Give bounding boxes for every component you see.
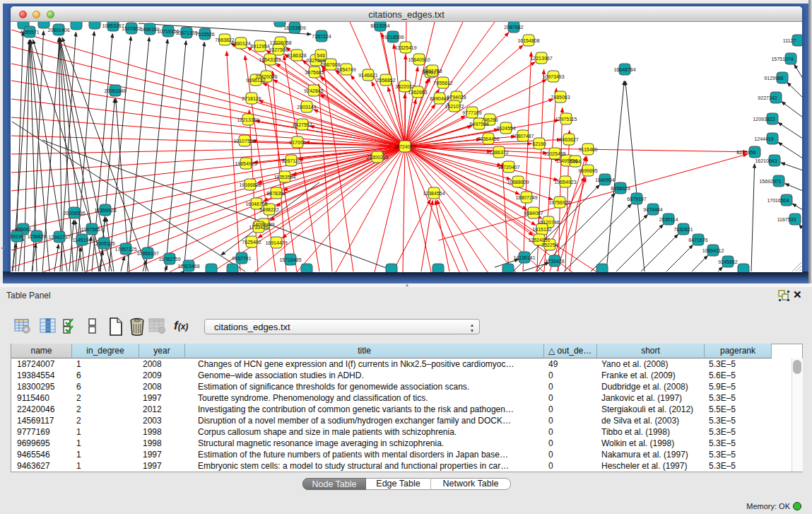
svg-text:62160: 62160 xyxy=(532,141,546,146)
svg-text:16046758: 16046758 xyxy=(245,201,267,206)
svg-text:8454749: 8454749 xyxy=(336,67,355,72)
svg-text:4055571: 4055571 xyxy=(20,30,39,35)
svg-text:546: 546 xyxy=(317,53,325,58)
svg-text:12384554: 12384554 xyxy=(423,191,445,196)
svg-text:7485063: 7485063 xyxy=(551,95,570,100)
svg-text:20053346: 20053346 xyxy=(104,88,126,93)
svg-text:17359928: 17359928 xyxy=(94,208,116,213)
svg-text:1527602: 1527602 xyxy=(122,26,141,31)
svg-text:10973493: 10973493 xyxy=(542,74,564,79)
svg-text:7515526: 7515526 xyxy=(195,32,214,37)
svg-text:252254: 252254 xyxy=(541,243,558,247)
svg-text:1156829: 1156829 xyxy=(28,234,47,239)
svg-text:10807487: 10807487 xyxy=(512,134,534,139)
svg-text:8471676: 8471676 xyxy=(688,238,707,243)
svg-text:1145194: 1145194 xyxy=(73,238,92,243)
svg-text:6794028: 6794028 xyxy=(447,95,466,100)
svg-text:9242845: 9242845 xyxy=(304,88,323,93)
svg-text:1621072: 1621072 xyxy=(445,104,464,109)
svg-text:11353594: 11353594 xyxy=(274,175,296,180)
svg-text:15716485: 15716485 xyxy=(279,257,301,262)
svg-text:1615132: 1615132 xyxy=(532,227,551,232)
svg-text:13325419: 13325419 xyxy=(394,45,416,50)
svg-text:7632621: 7632621 xyxy=(673,227,693,232)
svg-text:9245652: 9245652 xyxy=(718,259,737,264)
svg-text:19166825: 19166825 xyxy=(239,182,261,187)
svg-text:19218506: 19218506 xyxy=(382,35,404,40)
svg-text:9699695: 9699695 xyxy=(578,168,597,173)
svg-text:6497568: 6497568 xyxy=(469,122,488,127)
svg-text:8958923: 8958923 xyxy=(611,186,630,191)
svg-text:16120746: 16120746 xyxy=(537,220,559,225)
svg-text:2087682: 2087682 xyxy=(504,25,523,30)
svg-text:1362603: 1362603 xyxy=(408,90,427,95)
svg-text:8215956: 8215956 xyxy=(736,150,755,155)
svg-text:8186328: 8186328 xyxy=(287,53,306,58)
svg-text:9146821: 9146821 xyxy=(358,73,377,78)
svg-text:12093822: 12093822 xyxy=(753,117,775,122)
svg-text:2718126: 2718126 xyxy=(242,96,261,101)
svg-text:16543362: 16543362 xyxy=(259,57,281,62)
svg-text:9115460: 9115460 xyxy=(579,147,598,152)
svg-text:1733426: 1733426 xyxy=(249,225,268,230)
svg-text:10654112: 10654112 xyxy=(702,248,724,253)
svg-text:9777169: 9777169 xyxy=(462,110,481,115)
svg-text:2558852: 2558852 xyxy=(376,78,395,83)
svg-text:12975115: 12975115 xyxy=(555,117,577,122)
svg-text:3822037: 3822037 xyxy=(395,84,414,89)
svg-text:3624554: 3624554 xyxy=(496,126,515,131)
svg-text:10671355: 10671355 xyxy=(175,30,197,35)
svg-text:7955812: 7955812 xyxy=(433,81,452,86)
svg-text:7386372: 7386372 xyxy=(489,150,508,155)
svg-text:2935114: 2935114 xyxy=(659,217,678,222)
svg-text:17957225: 17957225 xyxy=(114,247,136,252)
svg-text:19654925: 19654925 xyxy=(235,161,257,166)
svg-text:2803144: 2803144 xyxy=(297,105,316,110)
svg-text:7357224: 7357224 xyxy=(312,34,331,39)
svg-text:8813054: 8813054 xyxy=(370,23,389,28)
svg-text:20206536: 20206536 xyxy=(63,211,85,216)
svg-text:917006: 917006 xyxy=(289,140,305,145)
svg-text:14136141: 14136141 xyxy=(513,255,535,260)
svg-text:15751074: 15751074 xyxy=(771,57,793,62)
svg-text:16210643: 16210643 xyxy=(755,158,777,163)
svg-text:9474444: 9474444 xyxy=(643,207,662,212)
svg-text:17016504: 17016504 xyxy=(767,198,789,203)
svg-text:19654923: 19654923 xyxy=(554,180,576,185)
svg-text:10688609: 10688609 xyxy=(507,180,529,185)
svg-text:15720407: 15720407 xyxy=(498,165,519,170)
svg-text:12213967: 12213967 xyxy=(530,56,552,61)
svg-text:1167533: 1167533 xyxy=(777,217,796,222)
svg-text:19756928: 19756928 xyxy=(548,200,570,205)
svg-text:39199: 39199 xyxy=(11,234,24,239)
svg-text:10025438: 10025438 xyxy=(543,151,565,156)
svg-text:18724007: 18724007 xyxy=(394,144,416,149)
svg-text:1640954: 1640954 xyxy=(595,177,614,182)
svg-text:15640910: 15640910 xyxy=(408,57,430,62)
svg-text:12923468: 12923468 xyxy=(177,264,199,269)
svg-text:5498222: 5498222 xyxy=(259,207,278,212)
svg-text:5494: 5494 xyxy=(570,159,581,164)
svg-text:8660124: 8660124 xyxy=(231,41,250,46)
svg-text:16782759: 16782759 xyxy=(158,257,180,262)
svg-text:16648784: 16648784 xyxy=(613,67,635,72)
svg-text:11127: 11127 xyxy=(783,38,796,43)
svg-text:13226058: 13226058 xyxy=(269,40,291,45)
svg-text:1733426: 1733426 xyxy=(545,259,564,264)
svg-text:9896132: 9896132 xyxy=(246,78,265,83)
svg-text:9684067: 9684067 xyxy=(524,211,543,216)
svg-text:3875685: 3875685 xyxy=(305,70,324,75)
svg-text:7625402: 7625402 xyxy=(242,240,261,245)
svg-text:9457791: 9457791 xyxy=(232,256,251,261)
svg-text:9327506: 9327506 xyxy=(269,47,288,52)
svg-text:6961758: 6961758 xyxy=(423,69,442,74)
svg-text:9129966: 9129966 xyxy=(764,76,783,81)
svg-text:8878352: 8878352 xyxy=(266,191,286,196)
svg-text:15692971: 15692971 xyxy=(759,179,781,184)
svg-text:18807249: 18807249 xyxy=(515,195,537,200)
svg-text:13524851: 13524851 xyxy=(528,238,550,243)
svg-text:1244419: 1244419 xyxy=(754,136,773,141)
svg-text:10107556: 10107556 xyxy=(233,139,255,144)
svg-text:12942737: 12942737 xyxy=(48,235,70,240)
svg-text:2667608: 2667608 xyxy=(321,62,340,67)
